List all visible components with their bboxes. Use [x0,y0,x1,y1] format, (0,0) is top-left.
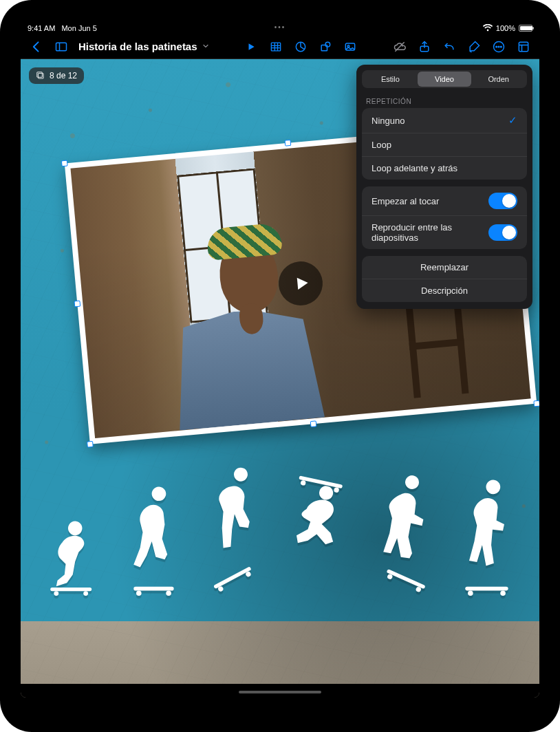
play-button[interactable] [239,36,263,57]
svg-point-10 [325,42,330,47]
ipad-frame: 9:41 AM Mon Jun 5 ••• 100% Historia de l… [0,0,560,732]
svg-point-35 [301,480,307,486]
svg-point-27 [83,591,88,596]
repeat-option-none[interactable]: Ninguno ✓ [362,108,527,133]
slide-counter-text: 8 de 12 [50,71,77,80]
toggle-list: Empezar al tocar Reproducir entre las di… [362,186,527,249]
svg-rect-0 [56,43,67,51]
svg-rect-22 [39,74,44,79]
toggle-play-across-slides[interactable]: Reproducir entre las diapositivas [362,216,527,249]
resize-handle-l[interactable] [74,301,81,308]
back-button[interactable] [25,36,48,57]
svg-rect-31 [213,566,252,589]
switch-start-on-tap[interactable] [488,193,517,209]
action-description[interactable]: Descripción [362,279,527,302]
skater-6 [453,479,519,596]
tab-video[interactable]: Video [418,72,472,87]
toolbar-right [388,36,535,57]
toggle-start-on-tap[interactable]: Empezar al tocar [362,186,527,216]
status-bar: 9:41 AM Mon Jun 5 ••• 100% [21,21,539,34]
status-date: Mon Jun 5 [61,24,96,32]
repeat-none-label: Ninguno [371,116,405,126]
skater-silhouettes [21,444,539,596]
slides-stack-icon [36,71,45,80]
tab-style[interactable]: Estilo [363,72,418,87]
svg-point-41 [468,590,473,596]
home-indicator[interactable] [239,691,321,693]
svg-point-36 [334,487,340,493]
resize-handle-b[interactable] [310,420,317,427]
collab-cloud-icon[interactable] [388,36,411,57]
multitask-dots-icon[interactable]: ••• [274,23,286,31]
svg-rect-23 [37,72,43,78]
svg-point-16 [496,46,497,47]
slide-canvas[interactable]: 8 de 12 [21,59,539,698]
actions-list: Reemplazar Descripción [362,256,527,302]
battery-icon [519,25,532,32]
format-popover: Estilo Video Orden REPETICIÓN Ninguno ✓ … [356,65,532,309]
svg-point-30 [166,590,171,596]
insert-media-button[interactable] [338,36,362,57]
svg-point-29 [136,590,142,596]
undo-button[interactable] [438,36,461,57]
svg-rect-40 [465,587,508,591]
svg-rect-37 [387,569,426,589]
toolbar-center [239,36,362,57]
document-title-text: Historia de las patinetas [78,41,197,52]
svg-point-17 [498,46,499,47]
more-button[interactable] [487,36,510,57]
title-chevron-down-icon [202,41,210,52]
action-replace-label: Reemplazar [420,262,469,272]
svg-marker-24 [297,277,309,290]
photo-person [155,211,331,431]
toggle-across-label: Reproducir entre las diapositivas [371,222,488,243]
skater-4 [281,465,357,596]
skater-5 [371,472,440,596]
sidebar-toggle-icon[interactable] [50,36,73,57]
repeat-options-list: Ninguno ✓ Loop Loop adelante y atrás [362,108,527,180]
repeat-option-loop[interactable]: Loop [362,133,527,157]
svg-point-42 [500,590,506,596]
inspector-button[interactable] [512,36,535,57]
svg-rect-19 [519,42,528,51]
svg-point-18 [501,46,502,47]
resize-handle-tl[interactable] [61,160,68,167]
tab-order[interactable]: Orden [471,72,526,87]
skater-2 [120,486,186,596]
slide-counter-pill[interactable]: 8 de 12 [29,67,84,84]
format-brush-button[interactable] [462,36,486,57]
svg-rect-28 [133,587,173,591]
skater-1 [41,513,107,596]
resize-handle-t[interactable] [285,140,292,147]
status-time: 9:41 AM [28,24,55,32]
svg-rect-3 [272,43,281,51]
repeat-option-pingpong[interactable]: Loop adelante y atrás [362,157,527,180]
svg-marker-2 [249,43,255,50]
switch-play-across[interactable] [488,224,517,241]
svg-point-26 [54,591,58,596]
repeat-pingpong-label: Loop adelante y atrás [371,163,457,173]
photo-chair [405,297,469,398]
insert-table-button[interactable] [264,36,288,57]
popover-tabs: Estilo Video Orden [362,70,527,88]
wifi-icon [483,24,493,33]
app-toolbar: Historia de las patinetas [21,34,539,59]
action-description-label: Descripción [421,286,468,296]
share-button[interactable] [413,36,436,57]
section-repeat-label: REPETICIÓN [356,94,532,108]
insert-chart-button[interactable] [289,36,312,57]
svg-rect-25 [50,588,91,591]
repeat-loop-label: Loop [371,140,391,150]
battery-percent: 100% [496,24,515,32]
skater-3 [200,465,268,596]
insert-shape-button[interactable] [314,36,337,57]
toggle-start-label: Empezar al tocar [371,196,439,206]
resize-handle-br[interactable] [534,400,539,407]
checkmark-icon: ✓ [508,114,517,127]
document-title[interactable]: Historia de las patinetas [74,41,214,52]
action-replace[interactable]: Reemplazar [362,256,527,279]
screen: 9:41 AM Mon Jun 5 ••• 100% Historia de l… [21,21,539,698]
